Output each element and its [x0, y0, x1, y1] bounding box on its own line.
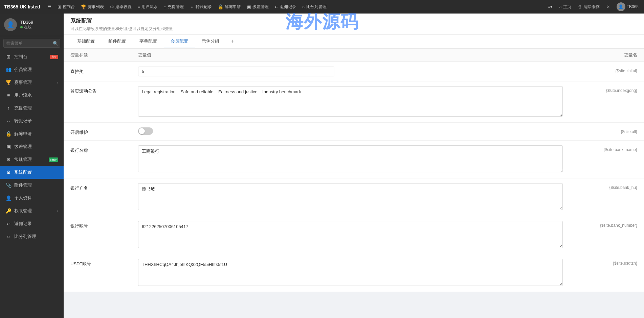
nav-return-records[interactable]: ↩ 返佣记录 — [272, 0, 299, 14]
tab-example-group[interactable]: 示例分组 — [195, 35, 226, 48]
avatar: 👤 — [4, 18, 17, 31]
value-bank-number: 6212262507006105417 — [138, 221, 563, 249]
input-direct-award[interactable] — [138, 67, 334, 76]
var-name-bank-account-name: {$site.bank_hu} — [563, 183, 637, 190]
ratio-sidebar-icon: ○ — [5, 234, 12, 239]
user-avatar-icon: 👤 — [617, 2, 625, 11]
tab-add-button[interactable]: + — [226, 35, 239, 48]
nav-menu-more[interactable]: ≡▾ — [545, 4, 555, 9]
tab-dict-config[interactable]: 字典配置 — [133, 35, 164, 48]
textarea-bank-number[interactable]: 6212262507006105417 — [138, 221, 563, 248]
sidebar-item-grade-mgmt[interactable]: ▣ 级差管理 — [0, 140, 64, 153]
personal-sidebar-icon: 👤 — [5, 195, 12, 201]
header-var-value: 变量值 — [138, 52, 563, 58]
label-direct-award: 直推奖 — [70, 67, 138, 75]
nav-match-list[interactable]: 🏆 赛事列表 — [78, 0, 107, 14]
toggle-maintenance[interactable] — [138, 127, 153, 135]
nav-transfer-records[interactable]: ↔ 转账记录 — [187, 0, 215, 14]
nav-user[interactable]: 👤 TB365 — [614, 2, 641, 11]
tab-email-config[interactable]: 邮件配置 — [102, 35, 133, 48]
sidebar-item-return-records[interactable]: ↩ 返佣记录 — [0, 217, 64, 230]
var-name-usdt: {$site.usdtzh} — [563, 259, 637, 266]
nav-user-flow[interactable]: ≡ 用户流水 — [135, 0, 161, 14]
value-direct-award — [138, 67, 563, 76]
sidebar-item-general-mgmt[interactable]: ⚙ 常规管理 new — [0, 153, 64, 166]
textarea-bank-name[interactable]: 工商银行 — [138, 145, 563, 172]
var-name-bank-number: {$site.bank_number} — [563, 221, 637, 228]
page-title: 系统配置 — [70, 18, 637, 25]
tab-member-config[interactable]: 会员配置 — [164, 35, 195, 48]
label-bank-name: 银行名称 — [70, 145, 138, 153]
header-var-title: 变量标题 — [70, 52, 138, 58]
nav-deposit-mgmt[interactable]: ↑ 充提管理 — [161, 0, 186, 14]
form-header-row: 变量标题 变量值 变量名 — [64, 49, 644, 62]
tab-basic-config[interactable]: 基础配置 — [70, 35, 102, 48]
transfer-sidebar-icon: ↔ — [5, 118, 12, 124]
nav-control-panel[interactable]: ⊞ 控制台 — [55, 0, 77, 14]
tabs-bar: 基础配置 邮件配置 字典配置 会员配置 示例分组 + — [64, 35, 644, 49]
sidebar-item-user-flow[interactable]: ≡ 用户流水 — [0, 89, 64, 102]
value-home-notice: Legal registration Safe and reliable Fai… — [138, 86, 563, 118]
var-name-bank-name: {$site.bank_name} — [563, 145, 637, 152]
form-row-bank-number: 银行账号 6212262507006105417 {$site.bank_num… — [64, 216, 644, 254]
form-table: 变量标题 变量值 变量名 直推奖 {$site.zhitui} 首页滚动公告 — [64, 49, 644, 292]
textarea-usdt[interactable]: THHXhHCqQA4JhjbhtKQ32QF55iHhtk5f1U — [138, 259, 563, 286]
search-icon[interactable]: 🔍 — [53, 41, 58, 46]
search-input[interactable] — [3, 39, 60, 48]
user-status: 在线 — [20, 25, 33, 30]
value-bank-name: 工商银行 — [138, 145, 563, 173]
sidebar-item-personal-info[interactable]: 👤 个人资料 — [0, 192, 64, 204]
sidebar-item-transfer-records[interactable]: ↔ 转账记录 — [0, 115, 64, 127]
form-row-bank-name: 银行名称 工商银行 {$site.bank_name} — [64, 141, 644, 178]
nav-odds-settings[interactable]: ⚙ 赔率设置 — [107, 0, 134, 14]
value-bank-account-name: 黎书坡 — [138, 183, 563, 211]
nav-clear-cache[interactable]: 🗑 清除缓存 — [575, 4, 602, 10]
value-usdt: THHXhHCqQA4JhjbhtKQ32QF55iHhtk5f1U — [138, 259, 563, 287]
sidebar: 👤 TB369 在线 🔍 ⊞ 控制台 hot 👥 会员管理 — [0, 14, 64, 318]
sidebar-item-unfreeze-apply[interactable]: 🔓 解冻申请 — [0, 127, 64, 140]
sidebar-item-deposit-mgmt[interactable]: ↑ 充提管理 — [0, 102, 64, 115]
var-name-home-notice: {$site.indexgong} — [563, 86, 637, 93]
sidebar-item-ratio-mgmt[interactable]: ○ 比分列管理 — [0, 230, 64, 243]
match-icon: 🏆 — [81, 4, 86, 9]
control-panel-icon: ⊞ — [58, 4, 61, 9]
system-config-icon: ⚙ — [5, 170, 12, 175]
sidebar-item-attachment-mgmt[interactable]: 📎 附件管理 — [0, 179, 64, 192]
nav-unfreeze-apply[interactable]: 🔓 解冻申请 — [215, 0, 244, 14]
value-maintenance — [138, 127, 563, 135]
ratio-icon: ○ — [302, 4, 305, 9]
textarea-bank-account-name[interactable]: 黎书坡 — [138, 183, 563, 210]
sidebar-item-system-config[interactable]: ⚙ 系统配置 — [0, 166, 64, 179]
home-icon: ⌂ — [559, 4, 561, 9]
content-area: 系统配置 可以在此增改系统的变量和分组,也可以自定义分组和变量 基础配置 邮件配… — [64, 14, 644, 318]
sidebar-item-control-panel[interactable]: ⊞ 控制台 hot — [0, 50, 64, 63]
form-content: 变量标题 变量值 变量名 直推奖 {$site.zhitui} 首页滚动公告 — [64, 49, 644, 318]
toggle-track — [138, 127, 153, 135]
search-container: 🔍 — [3, 39, 60, 48]
sidebar-item-member-mgmt[interactable]: 👥 会员管理 — [0, 63, 64, 76]
close-icon: ✕ — [606, 4, 610, 9]
attachment-sidebar-icon: 📎 — [5, 182, 12, 188]
page-subtitle: 可以在此增改系统的变量和分组,也可以自定义分组和变量 — [70, 26, 637, 32]
sidebar-item-permission-mgmt[interactable]: 🔑 权限管理 › — [0, 204, 64, 217]
nav-home[interactable]: ⌂ 主页 — [556, 4, 574, 10]
return-sidebar-icon: ↩ — [5, 221, 12, 226]
form-row-home-notice: 首页滚动公告 Legal registration Safe and relia… — [64, 81, 644, 123]
label-usdt: USDT账号 — [70, 259, 138, 267]
grade-sidebar-icon: ▣ — [5, 144, 12, 149]
nav-grade-mgmt[interactable]: ▣ 级差管理 — [244, 0, 271, 14]
user-flow-sidebar-icon: ≡ — [5, 93, 12, 98]
sidebar-user-section: 👤 TB369 在线 — [0, 14, 64, 36]
nav-close[interactable]: ✕ — [604, 4, 613, 9]
member-sidebar-icon: 👥 — [5, 67, 12, 72]
nav-ratio-mgmt[interactable]: ○ 比分列管理 — [299, 0, 329, 14]
page-header: 系统配置 可以在此增改系统的变量和分组,也可以自定义分组和变量 — [64, 14, 644, 35]
deposit-sidebar-icon: ↑ — [5, 105, 12, 111]
var-name-maintenance: {$site.all} — [563, 127, 637, 134]
trash-icon: 🗑 — [578, 4, 582, 9]
match-sidebar-icon: 🏆 — [5, 80, 12, 85]
sidebar-item-match-mgmt[interactable]: 🏆 赛事管理 › — [0, 76, 64, 89]
nav-menu-toggle[interactable]: ☰ — [45, 0, 54, 14]
label-home-notice: 首页滚动公告 — [70, 86, 138, 94]
textarea-home-notice[interactable]: Legal registration Safe and reliable Fai… — [138, 86, 563, 117]
